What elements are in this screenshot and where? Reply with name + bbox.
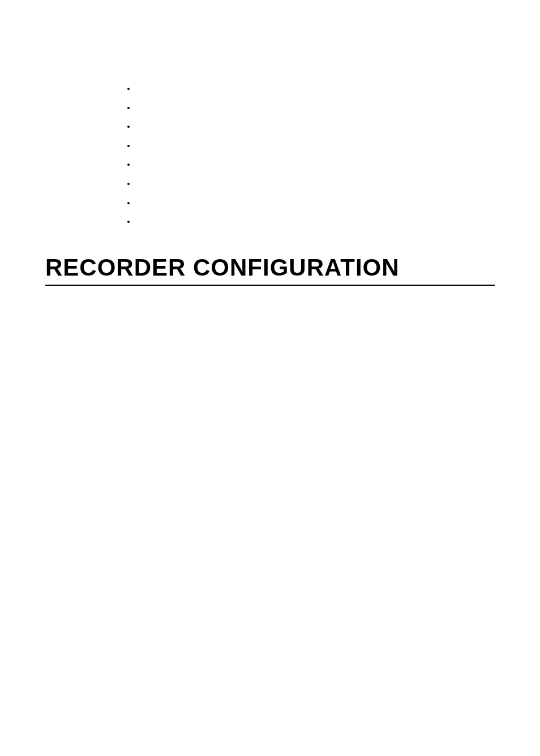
list-item bbox=[136, 79, 495, 98]
list-item bbox=[136, 155, 495, 174]
list-item bbox=[136, 212, 495, 231]
list-item bbox=[136, 117, 495, 136]
list-item bbox=[136, 98, 495, 118]
list-item bbox=[136, 136, 495, 156]
list-item bbox=[136, 174, 495, 194]
section-heading: RECORDER CONFIGURATION bbox=[45, 254, 495, 286]
bullet-list bbox=[136, 79, 495, 231]
list-item bbox=[136, 194, 495, 213]
